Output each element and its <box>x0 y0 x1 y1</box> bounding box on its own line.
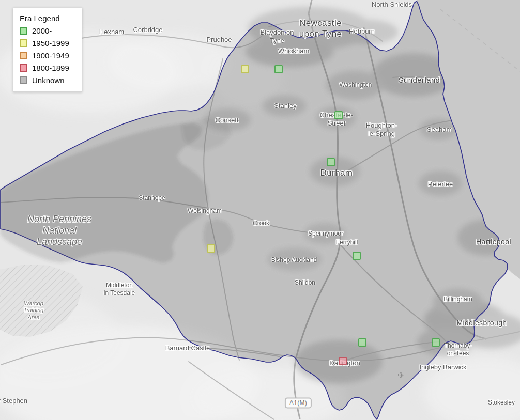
legend-item: Unknown <box>20 76 75 85</box>
era-marker[interactable] <box>274 65 283 73</box>
map-label-stanley: Stanley <box>274 102 296 110</box>
map-label-durham: Durham <box>320 168 353 179</box>
legend-items: 2000-1950-19991900-19491800-1899Unknown <box>20 26 75 85</box>
map-label-consett: Consett <box>216 116 239 125</box>
legend-swatch-icon <box>20 64 27 72</box>
map-canvas[interactable]: Newcastle upon TyneNorth ShieldsHebburnS… <box>0 0 520 420</box>
road-badge-a1m: A1(M) <box>285 398 312 409</box>
era-legend: Era Legend 2000-1950-19991900-19491800-1… <box>13 8 82 92</box>
map-label-ingleby: Ingleby Barwick <box>419 363 466 371</box>
legend-label: 1900-1949 <box>32 51 69 60</box>
legend-item: 2000- <box>20 26 75 35</box>
era-marker[interactable] <box>358 338 366 347</box>
map-label-north: North Pennines National Landscape <box>27 214 91 248</box>
map-label-newcastle: Newcastle upon Tyne <box>299 18 342 39</box>
map-label-washington: Washington <box>340 81 372 89</box>
airplane-icon: ✈ <box>397 370 405 381</box>
era-marker[interactable] <box>334 111 343 119</box>
map-label-ferryhill: Ferryhill <box>336 239 358 246</box>
map-label-wolsingham: Wolsingham <box>188 207 222 215</box>
legend-item: 1800-1899 <box>20 64 75 72</box>
legend-label: Unknown <box>32 76 65 85</box>
legend-title: Era Legend <box>20 14 75 23</box>
map-label-north: North Shields <box>372 1 412 9</box>
map-label-spennymoor: Spennymoor <box>308 230 343 238</box>
map-label-hebburn: Hebburn <box>349 27 375 36</box>
map-label-barnard: Barnard Castle <box>165 344 210 352</box>
legend-label: 1950-1999 <box>32 39 69 48</box>
map-label-middleton: Middleton in Teesdale <box>104 282 135 297</box>
map-label-blaydon: Blaydon on Tyne <box>260 28 294 45</box>
map-label-sunderland: Sunderland <box>399 75 440 85</box>
era-marker[interactable] <box>207 244 215 253</box>
map-label-peterlee: Peterlee <box>428 180 453 189</box>
map-label-houghton: Houghton- le-Spring <box>366 121 397 138</box>
era-marker[interactable] <box>339 357 347 365</box>
map-label-warcop: Warcop Training Area <box>24 300 44 321</box>
map-label-kirkby: Kirkby Stephen <box>0 397 27 405</box>
map-label-bishop: Bishop Auckland <box>271 256 317 264</box>
map-label-stanhope: Stanhope <box>139 194 165 202</box>
map-label-thornaby: Thornaby- on-Tees <box>444 342 472 357</box>
era-marker[interactable] <box>353 252 361 260</box>
legend-swatch-icon <box>20 27 27 35</box>
era-marker[interactable] <box>241 65 249 73</box>
map-label-hartlepool: Hartlepool <box>476 238 511 246</box>
map-label-prudhoe: Prudhoe <box>206 36 232 44</box>
legend-swatch-icon <box>20 76 27 84</box>
map-label-crook: Crook <box>253 220 269 227</box>
map-label-whickham: Whickham <box>278 47 310 55</box>
legend-swatch-icon <box>20 39 27 47</box>
legend-swatch-icon <box>20 52 27 59</box>
legend-label: 1800-1899 <box>32 64 69 72</box>
legend-label: 2000- <box>32 26 52 35</box>
map-label-middlesbrough: Middlesbrough <box>456 319 507 328</box>
map-label-corbridge: Corbridge <box>133 26 162 34</box>
era-marker[interactable] <box>327 158 335 166</box>
map-label-billingham: Billingham <box>443 295 472 303</box>
map-label-shildon: Shildon <box>295 279 315 287</box>
map-label-hexham: Hexham <box>99 28 124 36</box>
era-marker[interactable] <box>432 338 440 347</box>
map-label-seaham: Seaham <box>427 126 452 134</box>
legend-item: 1900-1949 <box>20 51 75 60</box>
map-label-stokesley: Stokesley <box>488 399 515 407</box>
legend-item: 1950-1999 <box>20 39 75 48</box>
